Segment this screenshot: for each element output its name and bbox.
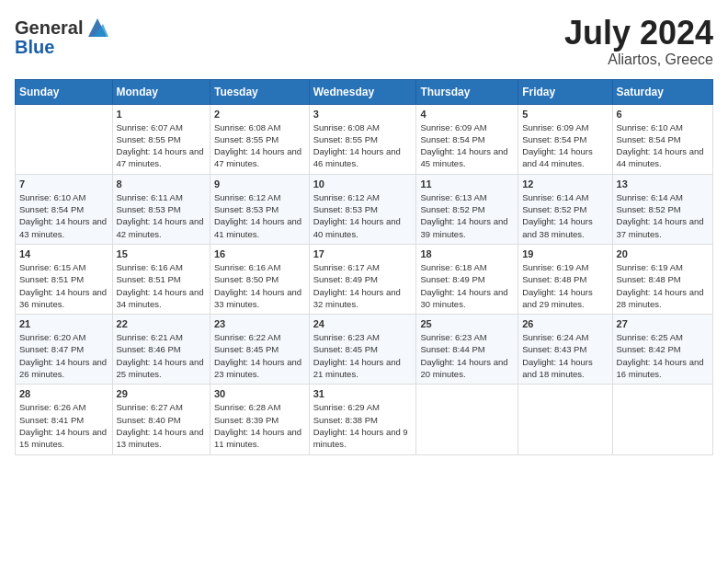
day-number: 4 [420,109,514,120]
cell-content: Sunrise: 6:17 AM Sunset: 8:49 PM Dayligh… [313,261,413,310]
header-saturday: Saturday [612,79,712,104]
calendar-cell: 4 Sunrise: 6:09 AM Sunset: 8:54 PM Dayli… [416,104,518,174]
calendar-cell [518,385,612,454]
day-number: 28 [19,388,108,399]
cell-content: Sunrise: 6:10 AM Sunset: 8:54 PM Dayligh… [617,121,709,170]
calendar-cell: 14 Sunrise: 6:15 AM Sunset: 8:51 PM Dayl… [16,244,113,314]
calendar-cell: 3 Sunrise: 6:08 AM Sunset: 8:55 PM Dayli… [309,104,416,174]
cell-content: Sunrise: 6:09 AM Sunset: 8:54 PM Dayligh… [420,121,514,170]
calendar-cell: 18 Sunrise: 6:18 AM Sunset: 8:49 PM Dayl… [416,244,518,314]
cell-content: Sunrise: 6:18 AM Sunset: 8:49 PM Dayligh… [420,261,514,310]
calendar-cell: 9 Sunrise: 6:12 AM Sunset: 8:53 PM Dayli… [210,174,310,244]
week-row-1: 7 Sunrise: 6:10 AM Sunset: 8:54 PM Dayli… [16,174,713,244]
calendar-cell [16,104,113,174]
day-number: 9 [214,178,305,190]
logo: General Blue [15,15,110,58]
day-number: 17 [313,248,413,259]
calendar-cell: 2 Sunrise: 6:08 AM Sunset: 8:55 PM Dayli… [210,104,310,174]
cell-content: Sunrise: 6:16 AM Sunset: 8:51 PM Dayligh… [117,261,206,310]
header-thursday: Thursday [416,79,518,104]
calendar-cell: 6 Sunrise: 6:10 AM Sunset: 8:54 PM Dayli… [612,104,712,174]
calendar-cell: 5 Sunrise: 6:09 AM Sunset: 8:54 PM Dayli… [518,104,612,174]
calendar-cell: 16 Sunrise: 6:16 AM Sunset: 8:50 PM Dayl… [210,244,310,314]
day-number: 15 [117,248,206,259]
page-container: General Blue July 2024 Aliartos, Greece … [0,0,728,463]
cell-content: Sunrise: 6:22 AM Sunset: 8:45 PM Dayligh… [214,331,305,380]
cell-content: Sunrise: 6:13 AM Sunset: 8:52 PM Dayligh… [420,191,514,240]
calendar-cell: 27 Sunrise: 6:25 AM Sunset: 8:42 PM Dayl… [612,315,712,385]
calendar-cell: 22 Sunrise: 6:21 AM Sunset: 8:46 PM Dayl… [112,315,210,385]
calendar-cell: 1 Sunrise: 6:07 AM Sunset: 8:55 PM Dayli… [112,104,210,174]
cell-content: Sunrise: 6:09 AM Sunset: 8:54 PM Dayligh… [522,121,608,170]
cell-content: Sunrise: 6:15 AM Sunset: 8:51 PM Dayligh… [19,261,108,310]
calendar-cell: 10 Sunrise: 6:12 AM Sunset: 8:53 PM Dayl… [309,174,416,244]
calendar-table: SundayMondayTuesdayWednesdayThursdayFrid… [15,79,713,455]
day-number: 7 [19,178,108,190]
logo-icon [85,15,110,40]
day-number: 16 [214,248,305,259]
day-number: 11 [420,178,514,190]
day-number: 1 [117,109,206,120]
cell-content: Sunrise: 6:27 AM Sunset: 8:40 PM Dayligh… [117,401,206,450]
calendar-cell: 13 Sunrise: 6:14 AM Sunset: 8:52 PM Dayl… [612,174,712,244]
cell-content: Sunrise: 6:28 AM Sunset: 8:39 PM Dayligh… [214,401,305,450]
week-row-3: 21 Sunrise: 6:20 AM Sunset: 8:47 PM Dayl… [16,315,713,385]
day-number: 19 [522,248,608,259]
calendar-cell: 11 Sunrise: 6:13 AM Sunset: 8:52 PM Dayl… [416,174,518,244]
day-number: 24 [313,318,413,329]
day-number: 6 [617,109,709,120]
day-number: 20 [617,248,709,259]
cell-content: Sunrise: 6:12 AM Sunset: 8:53 PM Dayligh… [313,191,413,240]
cell-content: Sunrise: 6:21 AM Sunset: 8:46 PM Dayligh… [117,331,206,380]
calendar-cell: 24 Sunrise: 6:23 AM Sunset: 8:45 PM Dayl… [309,315,416,385]
calendar-cell: 17 Sunrise: 6:17 AM Sunset: 8:49 PM Dayl… [309,244,416,314]
day-number: 29 [117,388,206,399]
calendar-cell [612,385,712,454]
week-row-4: 28 Sunrise: 6:26 AM Sunset: 8:41 PM Dayl… [16,385,713,454]
week-row-2: 14 Sunrise: 6:15 AM Sunset: 8:51 PM Dayl… [16,244,713,314]
day-number: 23 [214,318,305,329]
cell-content: Sunrise: 6:26 AM Sunset: 8:41 PM Dayligh… [19,401,108,450]
day-number: 10 [313,178,413,190]
cell-content: Sunrise: 6:20 AM Sunset: 8:47 PM Dayligh… [19,331,108,380]
day-number: 13 [617,178,709,190]
calendar-header-row: SundayMondayTuesdayWednesdayThursdayFrid… [16,79,713,104]
header-sunday: Sunday [16,79,113,104]
cell-content: Sunrise: 6:29 AM Sunset: 8:38 PM Dayligh… [313,401,413,450]
day-number: 12 [522,178,608,190]
day-number: 31 [313,388,413,399]
cell-content: Sunrise: 6:12 AM Sunset: 8:53 PM Dayligh… [214,191,305,240]
header: General Blue July 2024 Aliartos, Greece [15,15,713,68]
calendar-cell: 30 Sunrise: 6:28 AM Sunset: 8:39 PM Dayl… [210,385,310,454]
cell-content: Sunrise: 6:23 AM Sunset: 8:44 PM Dayligh… [420,331,514,380]
header-friday: Friday [518,79,612,104]
cell-content: Sunrise: 6:10 AM Sunset: 8:54 PM Dayligh… [19,191,108,240]
cell-content: Sunrise: 6:24 AM Sunset: 8:43 PM Dayligh… [522,331,608,380]
cell-content: Sunrise: 6:08 AM Sunset: 8:55 PM Dayligh… [214,121,305,170]
logo-general: General [15,17,83,39]
header-monday: Monday [112,79,210,104]
cell-content: Sunrise: 6:14 AM Sunset: 8:52 PM Dayligh… [522,191,608,240]
calendar-cell: 25 Sunrise: 6:23 AM Sunset: 8:44 PM Dayl… [416,315,518,385]
cell-content: Sunrise: 6:14 AM Sunset: 8:52 PM Dayligh… [617,191,709,240]
cell-content: Sunrise: 6:19 AM Sunset: 8:48 PM Dayligh… [522,261,608,310]
day-number: 5 [522,109,608,120]
cell-content: Sunrise: 6:07 AM Sunset: 8:55 PM Dayligh… [117,121,206,170]
cell-content: Sunrise: 6:25 AM Sunset: 8:42 PM Dayligh… [617,331,709,380]
header-tuesday: Tuesday [210,79,310,104]
cell-content: Sunrise: 6:11 AM Sunset: 8:53 PM Dayligh… [117,191,206,240]
calendar-cell: 19 Sunrise: 6:19 AM Sunset: 8:48 PM Dayl… [518,244,612,314]
cell-content: Sunrise: 6:19 AM Sunset: 8:48 PM Dayligh… [617,261,709,310]
day-number: 30 [214,388,305,399]
day-number: 18 [420,248,514,259]
day-number: 27 [617,318,709,329]
day-number: 22 [117,318,206,329]
day-number: 3 [313,109,413,120]
cell-content: Sunrise: 6:23 AM Sunset: 8:45 PM Dayligh… [313,331,413,380]
calendar-cell: 21 Sunrise: 6:20 AM Sunset: 8:47 PM Dayl… [16,315,113,385]
calendar-cell: 31 Sunrise: 6:29 AM Sunset: 8:38 PM Dayl… [309,385,416,454]
day-number: 21 [19,318,108,329]
cell-content: Sunrise: 6:08 AM Sunset: 8:55 PM Dayligh… [313,121,413,170]
calendar-cell: 29 Sunrise: 6:27 AM Sunset: 8:40 PM Dayl… [112,385,210,454]
calendar-cell: 8 Sunrise: 6:11 AM Sunset: 8:53 PM Dayli… [112,174,210,244]
